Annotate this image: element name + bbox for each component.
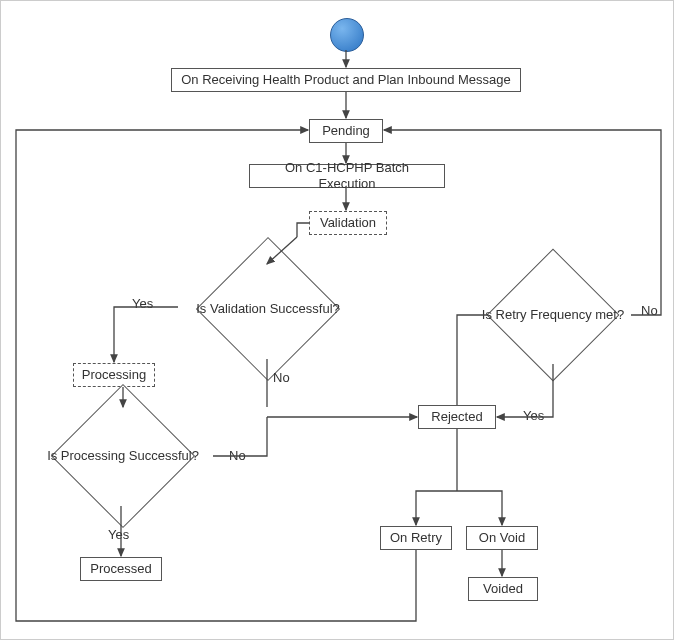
validation-yes-label: Yes <box>132 297 153 310</box>
on-receiving-box: On Receiving Health Product and Plan Inb… <box>171 68 521 92</box>
batch-exec-box: On C1-HCPHP Batch Execution <box>249 164 445 188</box>
retry-no-label: No <box>641 304 658 317</box>
processing-yes-label: Yes <box>108 528 129 541</box>
start-node <box>330 18 364 52</box>
is-processing-label: Is Processing Successful? <box>33 406 213 506</box>
validation-no-label: No <box>273 371 290 384</box>
is-retry-label: Is Retry Frequency met? <box>473 265 633 365</box>
is-validation-label: Is Validation Successful? <box>178 259 358 359</box>
validation-box: Validation <box>309 211 387 235</box>
voided-box: Voided <box>468 577 538 601</box>
processing-box: Processing <box>73 363 155 387</box>
processed-box: Processed <box>80 557 162 581</box>
on-void-box: On Void <box>466 526 538 550</box>
rejected-box: Rejected <box>418 405 496 429</box>
is-validation-decision: Is Validation Successful? <box>178 259 358 359</box>
retry-yes-label: Yes <box>523 409 544 422</box>
is-retry-decision: Is Retry Frequency met? <box>473 265 633 365</box>
is-processing-decision: Is Processing Successful? <box>33 406 213 506</box>
on-retry-box: On Retry <box>380 526 452 550</box>
processing-no-label: No <box>229 449 246 462</box>
pending-box: Pending <box>309 119 383 143</box>
